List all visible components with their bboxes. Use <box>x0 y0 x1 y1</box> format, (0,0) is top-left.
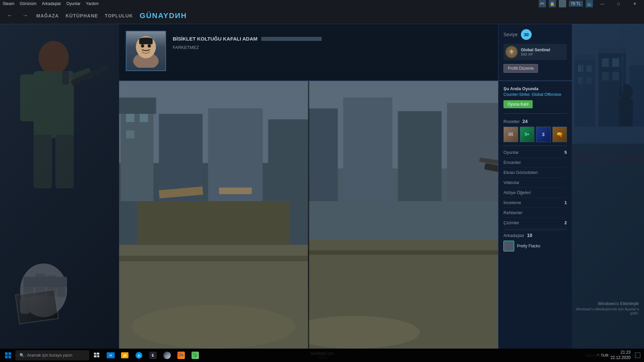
show-desktop-button[interactable] <box>633 350 643 360</box>
badges-header: Rozetler 24 <box>503 119 567 124</box>
nav-topluluk[interactable]: TOPLULUK <box>105 13 133 18</box>
clock[interactable]: 21:23 22.12.2020 <box>610 350 631 360</box>
task-view-button[interactable] <box>90 349 103 362</box>
maximize-button[interactable]: □ <box>612 0 625 7</box>
svg-rect-79 <box>97 355 99 357</box>
stat-workshop[interactable]: Atölye Öğeleri <box>503 188 567 198</box>
stat-guides-label: Rehberler <box>503 210 523 215</box>
forward-arrow[interactable]: → <box>21 11 30 20</box>
svg-rect-65 <box>572 154 644 164</box>
svg-rect-58 <box>578 77 583 84</box>
svg-rect-41 <box>343 98 392 201</box>
svg-rect-62 <box>602 72 609 80</box>
lock-icon[interactable]: 🔒 <box>549 0 556 7</box>
friends-section: Arkadaşlar 10 Pretty Flacko <box>498 230 572 254</box>
language-indicator: TUR <box>601 353 608 357</box>
taskbar: 🔍 Aramak için buraya yazın ✉ 📁 e E ♨ 🎮 🐉… <box>0 349 644 362</box>
svg-rect-59 <box>587 77 592 84</box>
stat-games-label: Oyunlar <box>503 150 519 155</box>
nav-kutuphane[interactable]: KÜTÜPHANE <box>65 13 98 18</box>
clock-time: 21:23 <box>610 350 631 355</box>
back-arrow[interactable]: ← <box>5 11 14 20</box>
join-game-button[interactable]: Oyuna Katıl <box>503 100 533 108</box>
friend-row[interactable]: Pretty Flacko <box>503 241 567 251</box>
svg-rect-42 <box>398 111 441 201</box>
menu-arkadaslar[interactable]: Arkadaşlar <box>42 1 61 6</box>
taskbar-files-icon[interactable]: 📁 <box>118 349 131 362</box>
menu-yardim[interactable]: Yardım <box>86 1 99 6</box>
start-button[interactable] <box>1 349 15 362</box>
badge-green[interactable]: 5+ <box>520 127 535 142</box>
svg-rect-40 <box>309 108 338 201</box>
svg-rect-30 <box>140 114 148 122</box>
friend-avatar <box>503 241 514 251</box>
user-avatar-small[interactable] <box>559 0 566 7</box>
stat-screenshots[interactable]: Ekran Görüntüleri <box>503 168 567 178</box>
profile-info-area: BİSİKLET KOLTUĞU KAFALI ADAM FARKETMEZ <box>119 24 498 80</box>
balance-display: 78 TL <box>569 1 583 7</box>
stat-inventory[interactable]: Envanter <box>503 158 567 168</box>
minimize-button[interactable]: — <box>596 0 609 7</box>
nav-magaza[interactable]: MAĞAZA <box>36 13 59 18</box>
taskbar-steam-icon[interactable]: ♨ <box>160 349 174 362</box>
level-label: Seviye <box>503 32 518 37</box>
stat-art-label: Çizimler <box>503 220 519 225</box>
taskbar-search[interactable]: 🔍 Aramak için buraya yazın <box>15 350 89 360</box>
stat-guides[interactable]: Rehberler <box>503 208 567 218</box>
friends-count: 10 <box>527 233 532 238</box>
notifications-icon[interactable]: 📺 <box>586 0 593 7</box>
badges-count: 24 <box>522 119 528 124</box>
game-preview <box>119 81 498 349</box>
svg-rect-76 <box>94 353 96 355</box>
win-activate-title: Windows'u Etkinleştir <box>572 301 639 306</box>
svg-rect-78 <box>94 355 97 357</box>
stat-workshop-label: Atölye Öğeleri <box>503 190 531 195</box>
profile-avatar[interactable] <box>126 31 166 71</box>
svg-rect-60 <box>602 58 609 67</box>
stat-reviews-label: İnceleme <box>503 200 521 205</box>
stat-inventory-label: Envanter <box>503 160 521 165</box>
badges-label: Rozetler <box>503 119 520 124</box>
main-layout: BİSİKLET KOLTUĞU KAFALI ADAM FARKETMEZ S… <box>0 24 644 349</box>
svg-rect-61 <box>612 58 619 67</box>
svg-rect-36 <box>219 188 252 194</box>
stat-reviews[interactable]: İnceleme 1 <box>503 198 567 208</box>
badge-blue[interactable]: 3 <box>536 127 551 142</box>
profile-username: BİSİKLET KOLTUĞU KAFALI ADAM <box>173 36 257 42</box>
taskbar-app2-icon[interactable]: 🐉 <box>189 349 202 362</box>
right-artwork <box>572 24 644 349</box>
taskbar-mail-icon[interactable]: ✉ <box>104 349 117 362</box>
nav-bar: ← → MAĞAZA KÜTÜPHANE TOPLULUK GÜNAYDИН <box>0 7 644 24</box>
win-activate-sub: Windows'u etkinleştirmek için Ayarlar'a … <box>572 307 639 315</box>
friends-label: Arkadaşlar <box>503 233 524 238</box>
close-button[interactable]: ✕ <box>628 0 641 7</box>
menu-gorunum[interactable]: Görünüm <box>20 1 37 6</box>
svg-rect-54 <box>575 55 595 60</box>
taskbar-edge-icon[interactable]: e <box>132 349 146 362</box>
badge-envelope[interactable]: ✉ <box>503 127 518 142</box>
menu-oyunlar[interactable]: Oyunlar <box>66 1 80 6</box>
stat-art[interactable]: Çizimler 2 <box>503 218 567 228</box>
steam-icon-btn[interactable]: 🎮 <box>539 0 546 7</box>
svg-rect-57 <box>587 65 592 72</box>
menu-steam[interactable]: Steam <box>3 1 14 6</box>
badge-orange[interactable]: 🔫 <box>552 127 567 142</box>
svg-rect-33 <box>119 256 308 261</box>
svg-point-21 <box>139 38 153 41</box>
tray-arrow[interactable]: ^ <box>597 353 599 357</box>
svg-rect-55 <box>598 48 626 53</box>
currently-playing-label: Şu Anda Oyunda <box>503 86 567 91</box>
stat-games[interactable]: Oyunlar 5 <box>503 147 567 158</box>
svg-point-37 <box>131 305 296 349</box>
svg-rect-51 <box>575 58 595 127</box>
svg-rect-45 <box>309 250 498 255</box>
stat-games-value: 5 <box>565 150 567 155</box>
stat-videos[interactable]: Videolar <box>503 178 567 188</box>
taskbar-epic-icon[interactable]: E <box>146 349 160 362</box>
search-placeholder: Aramak için buraya yazın <box>27 353 72 358</box>
svg-rect-7 <box>62 71 69 84</box>
taskbar-game-icon[interactable]: 🎮 <box>174 349 188 362</box>
friends-header: Arkadaşlar 10 <box>503 233 567 238</box>
svg-point-18 <box>141 44 144 48</box>
edit-profile-button[interactable]: Profili Düzenle <box>503 64 538 73</box>
